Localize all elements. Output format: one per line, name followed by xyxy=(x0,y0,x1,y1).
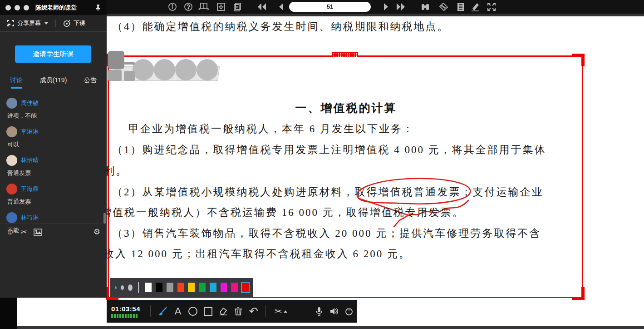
doc-line: （2）从某增值税小规模纳税人处购进原材料，取得增值税普通发票； 支付运输企业 xyxy=(112,185,544,199)
end-class-button[interactable]: 下课 xyxy=(63,19,85,27)
doc-line: （3）销售汽车装饰物品，取得不含税收入 20 000 元；提供汽车修理劳务取得不… xyxy=(112,226,541,240)
brush-tool-active[interactable] xyxy=(155,304,170,319)
color-swatch-green[interactable] xyxy=(199,283,206,292)
clear-all-trash-tool[interactable] xyxy=(231,304,246,319)
chevron-down-icon xyxy=(44,22,48,25)
slide-graphic-circle xyxy=(197,59,218,80)
page-number-input[interactable] xyxy=(289,2,371,12)
next-page-icon[interactable] xyxy=(381,2,392,12)
window-bottom-edge xyxy=(17,326,644,329)
color-swatch-pink[interactable] xyxy=(231,283,238,292)
screenshot-tool[interactable]: ✂ xyxy=(270,304,291,319)
pages-icon[interactable] xyxy=(232,2,243,12)
color-swatch-black[interactable] xyxy=(156,283,162,292)
circled-text: 取得增值税普通发票； xyxy=(355,185,473,199)
slide-graphic-square xyxy=(124,71,135,81)
pen-palette-bar xyxy=(110,278,253,297)
share-screen-button[interactable]: 分享屏幕 xyxy=(6,19,48,27)
slide-graphic-square xyxy=(108,70,122,81)
fit-width-icon[interactable] xyxy=(198,2,209,12)
doc-line: 甲企业为增值税一般纳税人，本年 6 月发生以下业务： xyxy=(128,122,414,136)
avatar xyxy=(6,212,17,223)
emoji-icon[interactable]: ☺ xyxy=(6,228,14,237)
pen-size-large[interactable] xyxy=(128,284,133,291)
color-swatch-cyan[interactable] xyxy=(210,283,216,292)
help-icon[interactable] xyxy=(183,2,194,12)
last-page-icon[interactable] xyxy=(395,2,406,12)
sender-name[interactable]: 林巧淋 xyxy=(21,214,39,222)
sender-name[interactable]: 周佳敏 xyxy=(21,99,39,107)
tags-icon[interactable] xyxy=(438,2,449,12)
pin-icon[interactable] xyxy=(95,4,101,11)
fullscreen-icon[interactable] xyxy=(486,2,497,12)
circle-tool[interactable] xyxy=(186,304,201,319)
power-button[interactable] xyxy=(342,304,357,319)
slide-graphic-block xyxy=(108,51,124,69)
class-timer-block: 01:03:54 xyxy=(111,305,146,318)
color-swatch-white[interactable] xyxy=(145,283,152,292)
doc-line-segment: （2）从某增值税小规模纳税人处购进原材料， xyxy=(112,186,355,198)
color-swatch-yellow[interactable] xyxy=(188,283,195,292)
tab-discussion[interactable]: 讨论 xyxy=(10,76,23,89)
message-text: 进项，不能 xyxy=(7,112,100,120)
desktop-background xyxy=(0,298,17,329)
record-icon xyxy=(63,20,71,27)
window-titlebar: 陈妮老师的课堂 xyxy=(0,0,107,15)
fit-page-icon[interactable] xyxy=(216,2,226,12)
chat-scrollbar[interactable] xyxy=(103,213,106,224)
color-swatch-magenta[interactable] xyxy=(221,283,227,292)
color-swatch-orange[interactable] xyxy=(177,283,184,292)
info-icon[interactable] xyxy=(167,2,178,12)
annotate-pen-icon[interactable] xyxy=(470,2,481,12)
pen-size-small[interactable] xyxy=(115,286,117,289)
slide-graphic-circle xyxy=(154,59,175,80)
gear-icon[interactable]: ⚙ xyxy=(93,227,100,237)
search-binoculars-icon[interactable] xyxy=(420,2,431,12)
doc-line: （1）购进纪念品，取得增值税专用发票上注明增值税 4 000 元，将其全部用于集… xyxy=(112,143,546,157)
signal-bars xyxy=(111,314,146,318)
doc-line: 收入 12 000 元；出租汽车取得不含税租金收入 6 200 元。 xyxy=(103,247,411,261)
rectangle-tool[interactable] xyxy=(201,304,216,319)
first-page-icon[interactable] xyxy=(256,2,267,12)
image-icon[interactable] xyxy=(34,229,42,236)
traffic-light-zoom[interactable] xyxy=(24,5,29,10)
color-swatch-gray[interactable] xyxy=(167,283,173,292)
traffic-light-minimize[interactable] xyxy=(15,5,20,10)
chat-input-toolbar: ☺ ✂ ⚙ xyxy=(0,224,107,240)
invite-students-button[interactable]: 邀请学生听课 xyxy=(15,45,91,63)
selection-corner-top-right[interactable] xyxy=(572,54,585,66)
avatar xyxy=(6,98,17,109)
pen-size-medium[interactable] xyxy=(121,285,124,290)
avatar xyxy=(6,155,17,166)
tab-announcements[interactable]: 公告 xyxy=(84,76,97,89)
annotation-selection-rect[interactable] xyxy=(108,55,583,298)
speaker-button[interactable] xyxy=(326,304,341,319)
screen: （4）能确定增值税的纳税义务发生时间、纳税期限和纳税地点。 一、增值税的计算 甲… xyxy=(0,0,644,329)
message-text: 可以 xyxy=(7,140,100,149)
share-screen-label: 分享屏幕 xyxy=(17,19,41,27)
notes-icon[interactable] xyxy=(455,2,466,12)
tab-members[interactable]: 成员(119) xyxy=(40,76,67,89)
sender-name[interactable]: 林怡晴 xyxy=(21,156,39,164)
eraser-tool[interactable] xyxy=(216,304,231,319)
microphone-button[interactable] xyxy=(311,304,326,319)
selection-drag-handle[interactable] xyxy=(332,52,358,57)
scissors-icon: ✂ xyxy=(275,306,282,317)
selection-corner-bottom-right[interactable] xyxy=(572,287,585,300)
chat-input-area[interactable] xyxy=(0,240,107,298)
share-screen-icon xyxy=(6,20,15,27)
class-timer: 01:03:54 xyxy=(111,305,146,313)
undo-tool[interactable]: ↶ xyxy=(246,304,261,319)
sender-name[interactable]: 王海霞 xyxy=(21,185,39,193)
document-toolbar xyxy=(107,0,644,14)
color-swatch-red-selected[interactable] xyxy=(242,283,249,292)
slide-graphic-circle xyxy=(133,59,154,80)
avatar xyxy=(6,184,17,194)
text-tool[interactable]: A xyxy=(171,304,186,319)
sender-name[interactable]: 李淋淋 xyxy=(21,128,39,136)
traffic-light-close[interactable] xyxy=(5,5,11,10)
prev-page-icon[interactable] xyxy=(275,2,286,12)
chat-message: 王海霞 普通发票 xyxy=(0,183,107,206)
message-text: 普通发票 xyxy=(7,169,100,177)
screenshot-scissors-icon[interactable]: ✂ xyxy=(20,227,27,237)
